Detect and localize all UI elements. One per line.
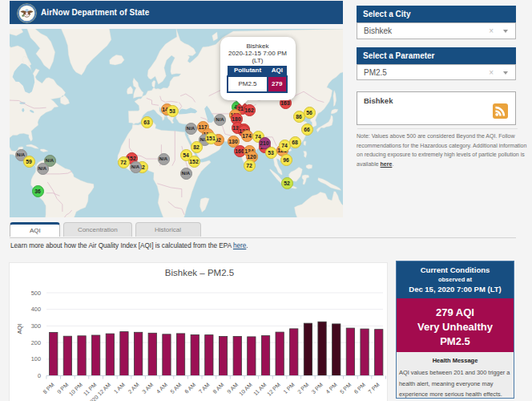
svg-text:8 PM: 8 PM bbox=[42, 382, 55, 395]
svg-text:2 AM: 2 AM bbox=[127, 382, 139, 395]
svg-text:3 AM: 3 AM bbox=[141, 382, 154, 395]
svg-text:1 PM: 1 PM bbox=[282, 382, 296, 395]
svg-text:5 PM: 5 PM bbox=[339, 382, 353, 395]
svg-text:4 PM: 4 PM bbox=[324, 382, 338, 395]
svg-text:10 AM: 10 AM bbox=[238, 382, 253, 397]
svg-text:2 PM: 2 PM bbox=[296, 382, 310, 395]
svg-text:8 AM: 8 AM bbox=[212, 382, 224, 395]
svg-text:10 PM: 10 PM bbox=[68, 382, 83, 397]
svg-text:4 AM: 4 AM bbox=[155, 382, 168, 395]
svg-text:Bishkek – PM2.5: Bishkek – PM2.5 bbox=[165, 268, 234, 277]
svg-text:12 PM: 12 PM bbox=[266, 382, 281, 397]
svg-text:200: 200 bbox=[31, 339, 41, 346]
svg-text:6 PM: 6 PM bbox=[353, 382, 367, 395]
svg-text:300: 300 bbox=[31, 322, 41, 330]
svg-text:100: 100 bbox=[31, 355, 41, 363]
svg-text:11 AM: 11 AM bbox=[252, 382, 268, 397]
svg-text:500: 500 bbox=[31, 290, 41, 297]
svg-text:3 PM: 3 PM bbox=[311, 382, 324, 395]
svg-text:1 AM: 1 AM bbox=[113, 382, 126, 395]
svg-text:7 AM: 7 AM bbox=[198, 382, 211, 395]
svg-text:6 AM: 6 AM bbox=[183, 382, 196, 395]
svg-text:AQI: AQI bbox=[16, 324, 23, 334]
svg-text:0: 0 bbox=[38, 372, 41, 379]
svg-text:400: 400 bbox=[31, 306, 41, 313]
svg-text:7 PM: 7 PM bbox=[367, 382, 381, 395]
svg-text:5 AM: 5 AM bbox=[169, 382, 182, 395]
